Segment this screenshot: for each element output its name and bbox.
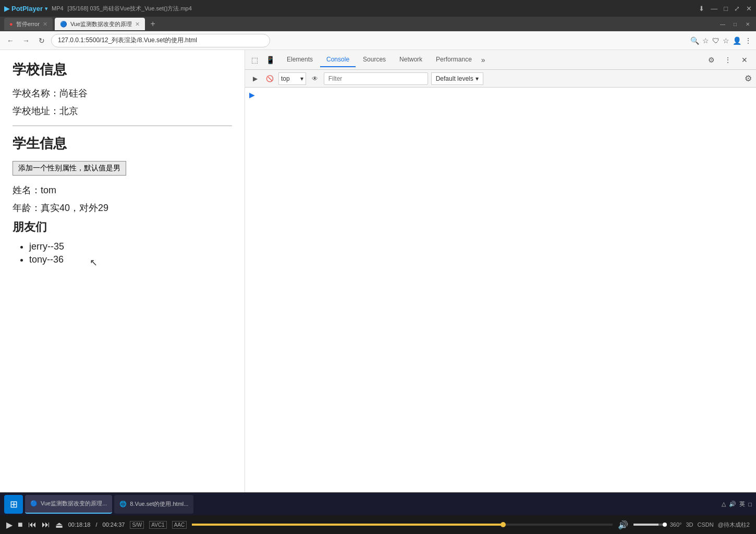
tray-ime-icon[interactable]: 英: [739, 500, 745, 508]
add-gender-button[interactable]: 添加一个性别属性，默认值是男: [13, 161, 126, 176]
stop-button[interactable]: ■: [18, 520, 23, 529]
console-ban-button[interactable]: 🚫: [264, 73, 275, 84]
devtools-top-controls: ⚙ ⋮ ✕: [704, 53, 754, 67]
tab-sources[interactable]: Sources: [357, 53, 392, 67]
media-tag-sw: S/W: [130, 521, 144, 529]
browser-minimize-icon[interactable]: —: [718, 20, 727, 28]
age-value: 真实40，对外29: [41, 203, 108, 213]
browser-tab-error[interactable]: ● 暂停error ✕: [4, 18, 53, 30]
devtools-panel: ⬚ 📱 Elements Console Sources Network Per…: [245, 50, 756, 492]
eject-button[interactable]: ⏏: [55, 520, 63, 530]
inspect-element-button[interactable]: ⬚: [247, 53, 262, 67]
volume-icon[interactable]: 🔊: [618, 520, 628, 530]
nav-forward-button[interactable]: →: [20, 34, 32, 47]
taskbar-item-vue[interactable]: 🔵 Vue监测数据改变的原理...: [25, 495, 112, 514]
tray-show-hidden-icon[interactable]: △: [722, 501, 726, 507]
info-csdn: CSDN: [698, 521, 714, 528]
total-time: 00:24:37: [103, 521, 125, 528]
default-levels-button[interactable]: Default levels ▾: [431, 72, 483, 85]
tab-elements[interactable]: Elements: [281, 53, 319, 67]
address-input[interactable]: [51, 34, 270, 47]
main-area: 学校信息 学校名称：尚硅谷 学校地址：北京 学生信息 添加一个性别属性，默认值是…: [0, 50, 756, 492]
school-addr-value: 北京: [59, 106, 78, 116]
bookmark-icon[interactable]: ☆: [702, 36, 709, 45]
console-filter-input[interactable]: [324, 72, 428, 85]
student-title: 学生信息: [13, 134, 232, 153]
age-label: 年龄：: [13, 203, 41, 213]
tab-close-icon[interactable]: ✕: [135, 21, 140, 28]
potplayer-icon: ▶: [4, 5, 9, 13]
console-context-select[interactable]: top ▾: [278, 72, 306, 85]
menu-icon[interactable]: ⋮: [745, 36, 752, 45]
school-name-value: 尚硅谷: [59, 88, 88, 98]
tab-network[interactable]: Network: [393, 53, 429, 67]
tab-label: Vue监测数据改变的原理: [70, 20, 132, 28]
name-label: 姓名：: [13, 185, 41, 195]
new-tab-button[interactable]: +: [147, 18, 158, 30]
taskbar-item-icon: 🔵: [30, 500, 38, 507]
close-icon[interactable]: ✕: [746, 5, 752, 13]
console-eye-button[interactable]: 👁: [309, 73, 321, 84]
tray-show-desktop-icon[interactable]: □: [748, 501, 752, 507]
start-button[interactable]: ⊞: [4, 495, 23, 514]
list-item: tony--36: [29, 254, 232, 265]
default-levels-label: Default levels: [436, 75, 473, 82]
student-age: 年龄：真实40，对外29: [13, 202, 232, 214]
resize-icon[interactable]: ⤢: [734, 5, 740, 13]
taskbar-item-label: 8.Vue.set的使用.html...: [130, 500, 188, 508]
time-separator: /: [96, 521, 97, 528]
console-settings-icon[interactable]: ⚙: [745, 73, 752, 83]
potplayer-logo: ▶ PotPlayer ▾: [4, 5, 47, 13]
tab-performance[interactable]: Performance: [430, 53, 478, 67]
volume-fill: [633, 524, 659, 526]
webpage-content: 学校信息 学校名称：尚硅谷 学校地址：北京 学生信息 添加一个性别属性，默认值是…: [0, 50, 245, 492]
tab-console[interactable]: Console: [320, 53, 356, 67]
tab-close-icon[interactable]: ✕: [43, 21, 47, 28]
taskbar-right-area: △ 🔊 英 □: [722, 500, 752, 508]
console-controls: ▶ 🚫 top ▾ 👁 Default levels ▾: [249, 72, 741, 85]
potplayer-dropdown-icon[interactable]: ▾: [45, 6, 47, 11]
taskbar: ⊞ 🔵 Vue监测数据改变的原理... 🌐 8.Vue.set的使用.html.…: [0, 492, 756, 515]
prev-button[interactable]: ⏮: [28, 520, 36, 529]
device-mode-button[interactable]: 📱: [263, 53, 277, 67]
name-value: tom: [41, 185, 56, 195]
more-tabs-button[interactable]: »: [479, 56, 487, 64]
system-tray: △ 🔊 英 □: [722, 500, 752, 508]
default-levels-arrow-icon: ▾: [475, 75, 479, 82]
browser-close-icon[interactable]: ✕: [743, 20, 752, 28]
volume-bar[interactable]: [633, 524, 665, 526]
school-addr: 学校地址：北京: [13, 105, 232, 117]
pin-icon[interactable]: ⬇: [699, 5, 704, 13]
devtools-tab-bar: ⬚ 📱 Elements Console Sources Network Per…: [245, 50, 756, 70]
tray-volume-icon[interactable]: 🔊: [729, 501, 736, 507]
nav-reload-button[interactable]: ↻: [35, 34, 48, 47]
browser-tab-vue[interactable]: 🔵 Vue监测数据改变的原理 ✕: [55, 18, 145, 30]
media-tag-audio: AAC: [172, 521, 187, 529]
extensions-icon[interactable]: ☆: [723, 36, 729, 45]
taskbar-item-label: Vue监测数据改变的原理...: [41, 500, 107, 507]
tab-favicon: ●: [9, 21, 13, 27]
shield-icon[interactable]: 🛡: [712, 36, 720, 45]
devtools-close-button[interactable]: ✕: [737, 53, 752, 67]
next-button[interactable]: ⏭: [42, 520, 50, 529]
media-controls: ▶ ■ ⏮ ⏭ ⏏ 00:18:18 / 00:24:37 S/W AVC1 A…: [0, 515, 756, 534]
context-dropdown-icon: ▾: [300, 75, 303, 82]
console-clear-button[interactable]: ▶: [249, 73, 261, 84]
taskbar-item-icon: 🌐: [119, 501, 127, 507]
restore-icon[interactable]: □: [724, 5, 728, 13]
nav-back-button[interactable]: ←: [4, 34, 17, 47]
browser-restore-icon[interactable]: □: [731, 20, 739, 28]
console-content: ▶: [245, 88, 756, 492]
account-icon[interactable]: 👤: [733, 36, 741, 45]
minimize-icon[interactable]: —: [711, 5, 717, 13]
zoom-icon[interactable]: 🔍: [690, 36, 699, 45]
console-chevron-right[interactable]: ▶: [247, 90, 754, 100]
devtools-more-menu-button[interactable]: ⋮: [721, 53, 735, 67]
devtools-settings-button[interactable]: ⚙: [704, 53, 718, 67]
play-button[interactable]: ▶: [6, 520, 13, 530]
progress-bar[interactable]: [192, 524, 612, 526]
taskbar-item-set[interactable]: 🌐 8.Vue.set的使用.html...: [114, 495, 193, 514]
school-name-label: 学校名称：: [13, 88, 59, 98]
list-item: jerry--35: [29, 241, 232, 252]
progress-fill: [192, 524, 503, 526]
